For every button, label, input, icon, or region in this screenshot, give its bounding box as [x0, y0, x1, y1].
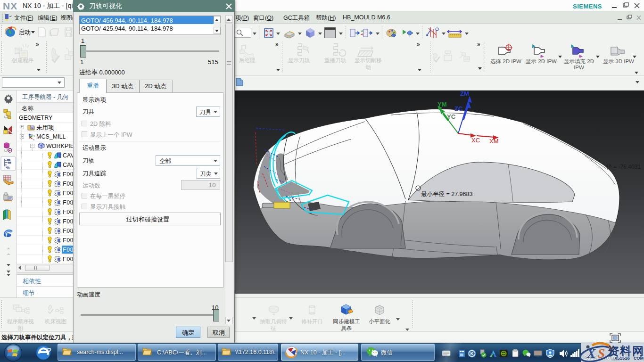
svg-text:径 = -76.4031: 径 = -76.4031	[606, 164, 641, 170]
svg-text:ZM: ZM	[460, 90, 469, 97]
svg-text:ZC: ZC	[454, 105, 463, 112]
svg-text:y: y	[33, 134, 35, 137]
svg-text:XC: XC	[471, 137, 480, 144]
svg-text:COM: COM	[634, 356, 644, 361]
svg-text:S: S	[598, 346, 605, 361]
svg-text:z: z	[31, 133, 33, 136]
svg-text:x: x	[33, 138, 34, 140]
svg-text:s: s	[32, 126, 33, 129]
svg-text:YC: YC	[447, 113, 456, 120]
svg-text:XM: XM	[489, 138, 499, 145]
svg-text:YM: YM	[438, 101, 447, 108]
svg-text:K: K	[471, 351, 474, 356]
svg-text:X51516: X51516	[614, 355, 630, 361]
svg-text:X: X	[586, 346, 596, 361]
svg-text:最小半径 = 27.9683: 最小半径 = 27.9683	[421, 191, 472, 197]
